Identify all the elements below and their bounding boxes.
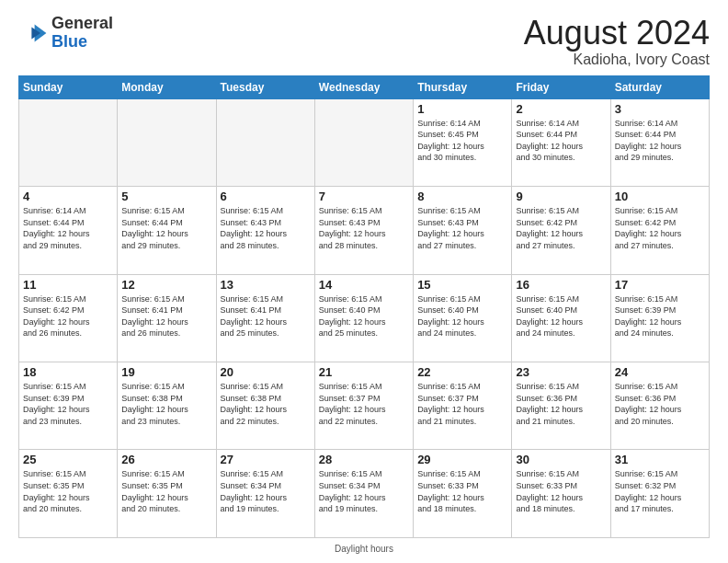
calendar-cell: 20Sunrise: 6:15 AM Sunset: 6:38 PM Dayli…: [216, 362, 314, 450]
footer: Daylight hours: [18, 544, 710, 554]
day-number: 16: [516, 278, 606, 292]
day-info: Sunrise: 6:15 AM Sunset: 6:35 PM Dayligh…: [121, 468, 211, 514]
calendar-cell: 27Sunrise: 6:15 AM Sunset: 6:34 PM Dayli…: [216, 450, 314, 538]
col-sunday: Sunday: [19, 75, 118, 98]
day-info: Sunrise: 6:15 AM Sunset: 6:42 PM Dayligh…: [516, 205, 606, 251]
day-info: Sunrise: 6:15 AM Sunset: 6:39 PM Dayligh…: [23, 381, 113, 427]
day-number: 20: [221, 365, 311, 379]
day-number: 6: [221, 190, 311, 203]
day-info: Sunrise: 6:15 AM Sunset: 6:39 PM Dayligh…: [615, 293, 705, 339]
calendar-cell: 28Sunrise: 6:15 AM Sunset: 6:34 PM Dayli…: [314, 450, 413, 538]
day-info: Sunrise: 6:15 AM Sunset: 6:37 PM Dayligh…: [417, 381, 507, 427]
calendar-cell: [216, 98, 314, 186]
day-number: 7: [319, 190, 409, 203]
calendar-cell: 25Sunrise: 6:15 AM Sunset: 6:35 PM Dayli…: [19, 450, 118, 538]
day-number: 13: [221, 278, 311, 292]
calendar-cell: 19Sunrise: 6:15 AM Sunset: 6:38 PM Dayli…: [118, 362, 216, 450]
day-number: 29: [417, 453, 507, 466]
calendar-cell: 9Sunrise: 6:15 AM Sunset: 6:42 PM Daylig…: [512, 187, 610, 274]
logo: General Blue: [18, 15, 113, 52]
calendar-cell: 30Sunrise: 6:15 AM Sunset: 6:33 PM Dayli…: [512, 450, 610, 538]
day-number: 23: [516, 365, 606, 379]
calendar-cell: 5Sunrise: 6:15 AM Sunset: 6:44 PM Daylig…: [118, 187, 216, 274]
day-info: Sunrise: 6:15 AM Sunset: 6:43 PM Dayligh…: [319, 205, 409, 251]
calendar-week-1: 4Sunrise: 6:14 AM Sunset: 6:44 PM Daylig…: [19, 187, 710, 274]
day-number: 30: [516, 453, 606, 466]
calendar-cell: 17Sunrise: 6:15 AM Sunset: 6:39 PM Dayli…: [610, 274, 709, 362]
day-number: 26: [121, 453, 211, 466]
day-info: Sunrise: 6:15 AM Sunset: 6:40 PM Dayligh…: [319, 293, 409, 339]
calendar-cell: 31Sunrise: 6:15 AM Sunset: 6:32 PM Dayli…: [610, 450, 709, 538]
day-info: Sunrise: 6:15 AM Sunset: 6:37 PM Dayligh…: [319, 381, 409, 427]
day-number: 15: [417, 278, 507, 292]
col-friday: Friday: [512, 75, 610, 98]
day-number: 22: [417, 365, 507, 379]
day-number: 27: [221, 453, 311, 466]
day-info: Sunrise: 6:15 AM Sunset: 6:36 PM Dayligh…: [516, 381, 606, 427]
calendar-cell: 3Sunrise: 6:14 AM Sunset: 6:44 PM Daylig…: [610, 98, 709, 186]
day-info: Sunrise: 6:14 AM Sunset: 6:44 PM Dayligh…: [23, 205, 113, 251]
calendar-cell: [118, 98, 216, 186]
calendar-cell: 13Sunrise: 6:15 AM Sunset: 6:41 PM Dayli…: [216, 274, 314, 362]
day-number: 11: [23, 278, 113, 292]
day-info: Sunrise: 6:15 AM Sunset: 6:41 PM Dayligh…: [121, 293, 211, 339]
day-info: Sunrise: 6:14 AM Sunset: 6:44 PM Dayligh…: [615, 118, 705, 164]
day-info: Sunrise: 6:15 AM Sunset: 6:38 PM Dayligh…: [221, 381, 311, 427]
calendar-cell: 11Sunrise: 6:15 AM Sunset: 6:42 PM Dayli…: [19, 274, 118, 362]
day-number: 14: [319, 278, 409, 292]
day-number: 2: [516, 102, 606, 116]
calendar-cell: 1Sunrise: 6:14 AM Sunset: 6:45 PM Daylig…: [414, 98, 512, 186]
day-number: 25: [23, 453, 113, 466]
day-info: Sunrise: 6:15 AM Sunset: 6:38 PM Dayligh…: [121, 381, 211, 427]
day-number: 24: [615, 365, 705, 379]
day-info: Sunrise: 6:15 AM Sunset: 6:42 PM Dayligh…: [615, 205, 705, 251]
day-info: Sunrise: 6:15 AM Sunset: 6:42 PM Dayligh…: [23, 293, 113, 339]
day-info: Sunrise: 6:14 AM Sunset: 6:45 PM Dayligh…: [417, 118, 507, 164]
title-block: August 2024 Kadioha, Ivory Coast: [524, 15, 710, 68]
logo-text: General Blue: [51, 15, 113, 52]
day-number: 5: [121, 190, 211, 203]
day-number: 8: [417, 190, 507, 203]
day-info: Sunrise: 6:14 AM Sunset: 6:44 PM Dayligh…: [516, 118, 606, 164]
generalblue-icon: [18, 18, 48, 48]
day-number: 21: [319, 365, 409, 379]
day-number: 10: [615, 190, 705, 203]
logo-blue: Blue: [51, 32, 87, 51]
col-tuesday: Tuesday: [216, 75, 314, 98]
day-info: Sunrise: 6:15 AM Sunset: 6:41 PM Dayligh…: [221, 293, 311, 339]
day-info: Sunrise: 6:15 AM Sunset: 6:33 PM Dayligh…: [516, 468, 606, 514]
col-thursday: Thursday: [414, 75, 512, 98]
calendar-cell: 21Sunrise: 6:15 AM Sunset: 6:37 PM Dayli…: [314, 362, 413, 450]
day-info: Sunrise: 6:15 AM Sunset: 6:35 PM Dayligh…: [23, 468, 113, 514]
calendar-cell: 2Sunrise: 6:14 AM Sunset: 6:44 PM Daylig…: [512, 98, 610, 186]
calendar-cell: 10Sunrise: 6:15 AM Sunset: 6:42 PM Dayli…: [610, 187, 709, 274]
calendar-cell: 26Sunrise: 6:15 AM Sunset: 6:35 PM Dayli…: [118, 450, 216, 538]
day-info: Sunrise: 6:15 AM Sunset: 6:34 PM Dayligh…: [319, 468, 409, 514]
calendar-week-4: 25Sunrise: 6:15 AM Sunset: 6:35 PM Dayli…: [19, 450, 710, 538]
day-info: Sunrise: 6:15 AM Sunset: 6:34 PM Dayligh…: [221, 468, 311, 514]
calendar-week-2: 11Sunrise: 6:15 AM Sunset: 6:42 PM Dayli…: [19, 274, 710, 362]
calendar-week-0: 1Sunrise: 6:14 AM Sunset: 6:45 PM Daylig…: [19, 98, 710, 186]
calendar-cell: 24Sunrise: 6:15 AM Sunset: 6:36 PM Dayli…: [610, 362, 709, 450]
calendar-cell: 14Sunrise: 6:15 AM Sunset: 6:40 PM Dayli…: [314, 274, 413, 362]
day-number: 28: [319, 453, 409, 466]
calendar-cell: 22Sunrise: 6:15 AM Sunset: 6:37 PM Dayli…: [414, 362, 512, 450]
calendar-cell: 6Sunrise: 6:15 AM Sunset: 6:43 PM Daylig…: [216, 187, 314, 274]
calendar-cell: 4Sunrise: 6:14 AM Sunset: 6:44 PM Daylig…: [19, 187, 118, 274]
location-title: Kadioha, Ivory Coast: [524, 52, 710, 68]
calendar-cell: 16Sunrise: 6:15 AM Sunset: 6:40 PM Dayli…: [512, 274, 610, 362]
calendar-cell: 29Sunrise: 6:15 AM Sunset: 6:33 PM Dayli…: [414, 450, 512, 538]
day-info: Sunrise: 6:15 AM Sunset: 6:44 PM Dayligh…: [121, 205, 211, 251]
calendar-cell: [314, 98, 413, 186]
calendar-cell: 8Sunrise: 6:15 AM Sunset: 6:43 PM Daylig…: [414, 187, 512, 274]
day-info: Sunrise: 6:15 AM Sunset: 6:32 PM Dayligh…: [615, 468, 705, 514]
calendar-cell: 12Sunrise: 6:15 AM Sunset: 6:41 PM Dayli…: [118, 274, 216, 362]
day-number: 4: [23, 190, 113, 203]
calendar-cell: [19, 98, 118, 186]
day-info: Sunrise: 6:15 AM Sunset: 6:33 PM Dayligh…: [417, 468, 507, 514]
day-info: Sunrise: 6:15 AM Sunset: 6:36 PM Dayligh…: [615, 381, 705, 427]
day-info: Sunrise: 6:15 AM Sunset: 6:40 PM Dayligh…: [417, 293, 507, 339]
day-number: 1: [417, 102, 507, 116]
day-number: 12: [121, 278, 211, 292]
col-monday: Monday: [118, 75, 216, 98]
